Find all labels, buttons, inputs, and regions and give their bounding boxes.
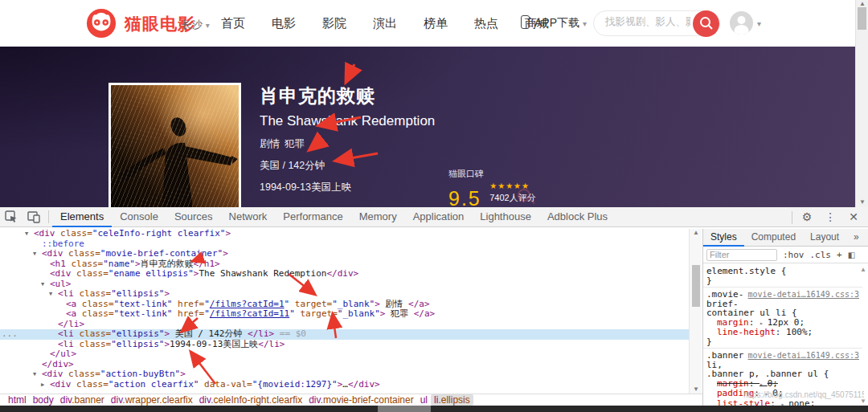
score-label: 猫眼口碑 (448, 168, 536, 180)
nav-item[interactable]: 首页 (221, 16, 245, 30)
devtools-tab[interactable]: Adblock Plus (539, 207, 616, 227)
css-property[interactable]: list-style: ▸ none; (706, 399, 859, 406)
collapse-icon[interactable]: ▼ (25, 229, 28, 239)
expand-value-icon[interactable]: ▸ (760, 381, 768, 388)
breadcrumb-item[interactable]: ul (417, 394, 431, 406)
city-selector[interactable]: 长沙 ▾ (182, 18, 210, 32)
breadcrumb-item[interactable]: div.banner (57, 394, 108, 406)
css-source-link[interactable]: movie-detai…16149.css:3 (748, 290, 859, 300)
code-token: "action-buyBtn" (100, 369, 180, 379)
app-download-button[interactable]: APP下载 ▾ (521, 15, 587, 31)
code-token: <li (58, 328, 74, 339)
collapse-icon[interactable]: ▼ (33, 369, 36, 380)
code-token: </h1> (194, 259, 220, 269)
sidebar-tab[interactable]: Computed (744, 229, 803, 247)
devtools-tab[interactable]: Console (112, 207, 166, 227)
devtools-tab[interactable]: Application (405, 207, 473, 227)
code-token: target= (289, 299, 332, 309)
elements-scrollbar[interactable]: ▲ ▼ (689, 229, 702, 394)
collapse-icon[interactable]: ▼ (41, 279, 44, 290)
breadcrumb-item[interactable]: body (30, 394, 57, 406)
style-toggle[interactable]: :hov (783, 250, 805, 260)
devtools-tabs: ElementsConsoleSourcesNetworkPerformance… (52, 207, 616, 227)
code-token[interactable]: /films?catId=11 (210, 308, 289, 319)
nav-item[interactable]: 热点 (474, 16, 498, 30)
dom-tree-line[interactable]: ▶<div class="action clearfix" data-val="… (0, 380, 689, 390)
scroll-down-icon[interactable]: ▼ (690, 386, 702, 393)
code-token: class= (66, 259, 103, 269)
breadcrumb-item[interactable]: div.celeInfo-right.clearfix (196, 394, 306, 406)
scrollbar-thumb[interactable] (858, 7, 866, 30)
devtools-tab[interactable]: Sources (166, 207, 221, 227)
scroll-up-icon[interactable]: ▲ (860, 266, 866, 273)
css-source-link[interactable]: movie-detai…16149.css:3 (748, 351, 859, 361)
chevron-down-icon: ▾ (583, 19, 587, 28)
avatar[interactable] (730, 11, 753, 35)
scroll-up-icon[interactable]: ▲ (690, 230, 702, 236)
dom-tree-line[interactable]: <li class="ellipsis">1994-09-13美国上映</li> (0, 340, 689, 350)
close-icon[interactable]: ✕ (842, 207, 865, 227)
maoyan-logo[interactable] (86, 8, 117, 39)
breadcrumb-item[interactable]: div.movie-brief-container (305, 394, 417, 406)
sidebar-tab[interactable]: Layout (803, 229, 846, 247)
sidebar-tab[interactable]: Styles (703, 229, 744, 247)
nav-item[interactable]: 影院 (322, 16, 346, 30)
devtools-tab[interactable]: Performance (275, 207, 350, 227)
gear-icon[interactable]: ⚙ (796, 207, 819, 227)
chevron-down-icon[interactable]: ▾ (757, 19, 761, 28)
code-token: class= (63, 369, 100, 379)
tag-link[interactable]: 剧情 (260, 138, 280, 149)
devtools-tab[interactable]: Network (221, 207, 276, 227)
expand-value-icon[interactable]: ▸ (760, 320, 768, 327)
code-token: class= (74, 328, 111, 339)
code-token: href= (172, 308, 204, 319)
devtools-tab[interactable]: Memory (351, 207, 405, 227)
sidebar-tab[interactable]: » (846, 229, 866, 247)
tag-link[interactable]: 犯罪 (285, 138, 305, 149)
search-button[interactable] (693, 10, 719, 37)
nav-item[interactable]: 演出 (373, 16, 397, 30)
nav-item[interactable]: 榜单 (424, 16, 448, 30)
style-toggle[interactable]: .cls (810, 250, 832, 260)
taskbar-highlight (378, 406, 431, 412)
scroll-up-icon[interactable]: ▲ (856, 1, 868, 7)
movie-poster[interactable] (108, 83, 241, 207)
devtools-panel: ElementsConsoleSourcesNetworkPerformance… (0, 207, 868, 406)
code-token: </li> (58, 319, 84, 329)
css-property-name: margin (717, 317, 749, 328)
style-toggle[interactable]: + (837, 250, 842, 260)
page-scrollbar[interactable]: ▲ ▼ (855, 0, 868, 207)
breadcrumb-item[interactable]: li.ellipsis (431, 394, 473, 406)
dom-tree-line[interactable]: ▼<div class="celeInfo-right clearfix"> (0, 229, 689, 239)
code-token: class= (63, 248, 100, 259)
sidebar-panel-icon[interactable]: ◧ (848, 251, 855, 259)
styles-filter-input[interactable] (706, 249, 777, 261)
expand-icon[interactable]: ▶ (41, 380, 44, 390)
scroll-down-icon[interactable]: ▼ (856, 199, 868, 206)
code-token: <ul> (50, 279, 72, 289)
collapse-icon[interactable]: ▼ (49, 289, 52, 300)
code-token[interactable]: /films?catId=1 (210, 299, 285, 309)
collapse-icon[interactable]: ▼ (33, 249, 36, 259)
nav-item[interactable]: 电影 (272, 16, 296, 30)
css-selector[interactable]: element.style { (706, 267, 859, 276)
scrollbar-thumb[interactable] (692, 265, 700, 307)
inspect-element-icon[interactable] (5, 210, 18, 223)
breadcrumb-item[interactable]: div.wrapper.clearfix (108, 394, 196, 406)
device-toolbar-icon[interactable] (27, 210, 40, 223)
movie-title: 肖申克的救赎 (260, 84, 435, 108)
devtools-tab[interactable]: Lighthouse (472, 207, 539, 227)
code-token: <div (42, 369, 63, 379)
search-input[interactable] (605, 16, 690, 27)
code-token: data-val= (199, 379, 252, 390)
dom-tree-line[interactable]: <a class="text-link" href="/films?catId=… (0, 309, 689, 320)
css-property-value: 0 (768, 378, 773, 389)
breadcrumb-item[interactable]: html (5, 394, 30, 406)
css-property[interactable]: line-height: 100%; (706, 328, 859, 337)
dom-tree-line[interactable]: </ul> (0, 349, 689, 360)
kebab-menu-icon[interactable]: ⋮ (818, 207, 842, 227)
devtools-tab[interactable]: Elements (52, 207, 112, 227)
search-box (593, 10, 720, 36)
crumb-tag: body (33, 394, 54, 406)
dom-tree-line[interactable]: <div class="ename ellipsis">The Shawshan… (0, 269, 689, 279)
